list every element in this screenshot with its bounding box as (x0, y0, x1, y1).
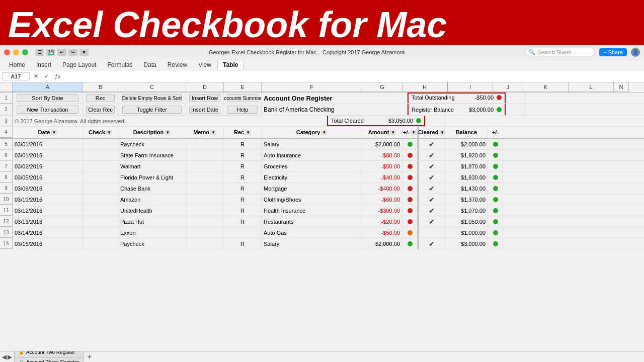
cell-description[interactable]: Chase Bank (118, 183, 186, 194)
accounts-summary-button[interactable]: Accounts Summary (227, 94, 258, 102)
col-header-c[interactable]: C (118, 82, 186, 92)
cell-memo[interactable] (186, 216, 224, 227)
formula-input[interactable] (65, 73, 642, 80)
cell-description[interactable]: Florida Power & Light (118, 172, 186, 183)
cell-category[interactable]: Auto Gas (262, 227, 362, 238)
tab-table[interactable]: Table (217, 60, 244, 70)
tab-formulas[interactable]: Formulas (102, 60, 137, 69)
cell-category[interactable]: Salary (262, 238, 362, 249)
cell-date[interactable]: 03/02/2016 (13, 161, 83, 171)
rec-button[interactable]: Rec (86, 94, 115, 102)
cell-check[interactable] (83, 238, 118, 249)
more-icon[interactable]: ▼ (79, 49, 89, 56)
cell-memo[interactable] (186, 205, 224, 216)
col-header-d[interactable]: D (186, 82, 224, 92)
cell-check[interactable] (83, 227, 118, 238)
cell-rec[interactable]: R (224, 172, 262, 183)
cell-check[interactable] (83, 194, 118, 205)
cell-cleared[interactable]: ✔ (418, 194, 445, 205)
sheet-tab-account-three-register[interactable]: 🔒Account Three Register (14, 357, 84, 363)
cell-check[interactable] (83, 183, 118, 194)
delete-empty-rows-button[interactable]: Delete Empty Rows & Sort (122, 94, 182, 102)
cell-description[interactable]: Paycheck (118, 139, 186, 149)
sort-by-date-button[interactable]: Sort By Date (17, 94, 78, 102)
col-header-a[interactable]: A (13, 82, 83, 92)
cell-category[interactable]: Mortgage (262, 183, 362, 194)
cell-cleared[interactable]: ✔ (418, 216, 445, 227)
cell-date[interactable]: 03/08/2016 (13, 183, 83, 194)
cell-cleared[interactable]: ✔ (418, 205, 445, 216)
cell-memo[interactable] (186, 227, 224, 238)
add-sheet-button[interactable]: + (84, 352, 95, 362)
cell-amount[interactable]: -$20.00 (362, 216, 403, 227)
cell-check[interactable] (83, 139, 118, 149)
redo-icon[interactable]: ↪ (68, 49, 77, 56)
col-header-k[interactable]: K (523, 82, 569, 92)
cell-memo[interactable] (186, 238, 224, 249)
cell-amount[interactable]: -$40.00 (362, 172, 403, 183)
cell-category[interactable]: Restaurants (262, 216, 362, 227)
save-icon[interactable]: 💾 (46, 49, 55, 56)
share-button[interactable]: + Share (599, 48, 627, 56)
cell-memo[interactable] (186, 194, 224, 205)
cell-check[interactable] (83, 216, 118, 227)
cell-rec[interactable]: R (224, 161, 262, 171)
cell-date[interactable]: 03/12/2016 (13, 205, 83, 216)
user-avatar[interactable]: 👤 (631, 48, 640, 57)
cell-rec[interactable]: R (224, 238, 262, 249)
cell-cleared[interactable] (418, 227, 445, 238)
sheet-tab-account-two-register[interactable]: 🔒Account Two Register (14, 351, 84, 357)
tab-insert[interactable]: Insert (31, 60, 56, 69)
amt-dropdown[interactable]: ▼ (390, 130, 396, 135)
cell-cleared[interactable]: ✔ (418, 161, 445, 171)
toggle-filter-button[interactable]: Toggle Filter (122, 106, 182, 114)
tab-prev-btn[interactable]: ◀ (2, 353, 7, 360)
sidebar-icon[interactable]: ☰ (35, 49, 44, 56)
cell-date[interactable]: 03/15/2016 (13, 238, 83, 249)
cell-memo[interactable] (186, 139, 224, 149)
cell-description[interactable]: Exxon (118, 227, 186, 238)
cell-cleared[interactable]: ✔ (418, 150, 445, 160)
cell-amount[interactable]: $2,000.00 (362, 139, 403, 149)
cell-amount[interactable]: -$60.00 (362, 194, 403, 205)
cell-check[interactable] (83, 161, 118, 171)
col-header-n[interactable]: N (614, 82, 629, 92)
cell-category[interactable]: Electricity (262, 172, 362, 183)
cell-description[interactable]: Paycheck (118, 238, 186, 249)
cell-rec[interactable]: R (224, 139, 262, 149)
cell-amount[interactable]: -$50.00 (362, 161, 403, 171)
cell-cleared[interactable]: ✔ (418, 139, 445, 149)
cell-rec[interactable] (224, 227, 262, 238)
col-header-j[interactable]: J (493, 82, 523, 92)
tab-data[interactable]: Data (138, 60, 161, 69)
cell-date[interactable]: 03/05/2016 (13, 172, 83, 183)
cell-cleared[interactable]: ✔ (418, 172, 445, 183)
cell-memo[interactable] (186, 150, 224, 160)
cell-date[interactable]: 03/01/2016 (13, 139, 83, 149)
confirm-formula-btn[interactable]: ✓ (42, 72, 51, 80)
date-dropdown[interactable]: ▼ (51, 130, 57, 135)
help-button[interactable]: Help (227, 106, 258, 114)
cell-description[interactable]: UnitedHealth (118, 205, 186, 216)
cell-amount[interactable]: -$300.00 (362, 205, 403, 216)
cell-date[interactable]: 03/14/2016 (13, 227, 83, 238)
cell-description[interactable]: Amazon (118, 194, 186, 205)
cell-check[interactable] (83, 205, 118, 216)
cell-memo[interactable] (186, 183, 224, 194)
cell-rec[interactable]: R (224, 216, 262, 227)
tab-review[interactable]: Review (163, 60, 192, 69)
cell-date[interactable]: 03/01/2016 (13, 150, 83, 160)
tab-page-layout[interactable]: Page Layout (57, 60, 101, 69)
cell-cleared[interactable]: ✔ (418, 238, 445, 249)
clear-rec-button[interactable]: Clear Rec (86, 106, 115, 114)
check-dropdown[interactable]: ▼ (106, 130, 112, 135)
cell-cleared[interactable]: ✔ (418, 183, 445, 194)
insert-function-btn[interactable]: ƒx (53, 73, 63, 80)
cell-description[interactable]: State Farm Insurance (118, 150, 186, 160)
cancel-formula-btn[interactable]: ✕ (32, 72, 40, 80)
maximize-button[interactable] (22, 49, 28, 55)
col-header-l[interactable]: L (569, 82, 614, 92)
cell-description[interactable]: Walmart (118, 161, 186, 171)
col-header-b[interactable]: B (83, 82, 118, 92)
cell-check[interactable] (83, 172, 118, 183)
